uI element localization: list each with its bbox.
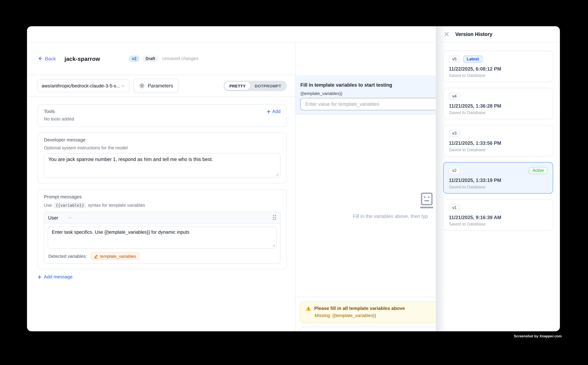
prompt-messages-title: Prompt messages xyxy=(44,194,281,200)
version-date: 11/22/2025, 6:08:12 PM xyxy=(449,66,547,72)
model-select-value: aws/anthropic/bedrock-claude-3-5-s... xyxy=(42,83,121,88)
version-card-badges: v5 Latest xyxy=(449,56,547,63)
version-date: 11/21/2025, 1:36:28 PM xyxy=(449,103,547,109)
back-arrow-icon xyxy=(38,56,43,61)
prompt-message-block: User xyxy=(44,212,281,264)
add-message-button[interactable]: Add message xyxy=(38,274,287,280)
format-option-pretty[interactable]: PRETTY xyxy=(225,82,250,90)
close-icon[interactable] xyxy=(444,32,449,37)
chevron-down-icon xyxy=(68,215,73,220)
version-saved-status: Saved to Database xyxy=(449,110,547,115)
warning-title: Please fill in all template variables ab… xyxy=(314,306,405,311)
page-title: jack-sparrow xyxy=(64,55,100,62)
tools-card: Tools Add No tools added xyxy=(38,104,287,127)
version-number-badge: v3 xyxy=(449,130,460,137)
version-card-badges: v4 xyxy=(449,93,547,100)
version-card-badges: v1 xyxy=(449,204,547,211)
developer-message-subtitle: Optional system instructions for the mod… xyxy=(44,145,281,150)
version-number-badge: v2 xyxy=(449,167,460,174)
developer-message-title: Developer message xyxy=(44,137,281,142)
prompt-message-input[interactable]: Enter task specifics. Use {{template_var… xyxy=(48,227,276,248)
version-saved-status: Saved to Database xyxy=(449,147,547,152)
bot-icon xyxy=(420,193,434,209)
pencil-icon xyxy=(94,254,98,259)
resize-grip-icon[interactable] xyxy=(272,244,275,247)
version-badge: v2 xyxy=(129,55,139,62)
detected-variables-row: Detected variables: tem xyxy=(48,253,277,260)
version-number-badge: v1 xyxy=(449,204,460,211)
syntax-prefix: Use xyxy=(44,203,52,208)
prompt-editor-column: Back jack-sparrow v2 Draft Unsaved chang… xyxy=(27,42,296,331)
editor-form: Tools Add No tools added xyxy=(27,97,295,280)
latest-badge: Latest xyxy=(463,56,483,63)
screen: Back jack-sparrow v2 Draft Unsaved chang… xyxy=(0,0,588,365)
format-option-dotprompt[interactable]: DOTPROMPT xyxy=(250,82,286,90)
syntax-hint: Use {{variable}} syntax for template var… xyxy=(44,202,281,208)
version-card[interactable]: v1 11/21/2025, 9:16:39 AM Saved to Datab… xyxy=(443,199,553,231)
version-saved-status: Saved to Database xyxy=(449,185,547,189)
version-date: 11/21/2025, 1:33:19 PM xyxy=(449,177,547,183)
version-saved-status: Saved to Database xyxy=(449,222,547,226)
resize-grip-icon[interactable] xyxy=(276,173,279,176)
detected-variables-label: Detected variables: xyxy=(48,254,87,259)
header-badges: v2 Draft Unsaved changes xyxy=(129,55,198,62)
detected-variable-chip[interactable]: template_variables xyxy=(91,253,139,260)
syntax-code-chip: {{variable}} xyxy=(54,202,86,208)
version-history-list: v5 Latest 11/22/2025, 6:08:12 PM Saved t… xyxy=(436,42,560,231)
add-message-label: Add message xyxy=(44,274,72,280)
syntax-suffix: syntax for template variables xyxy=(88,203,145,208)
prompt-messages-card: Prompt messages Use {{variable}} syntax … xyxy=(38,190,287,269)
version-card[interactable]: v4 11/21/2025, 1:36:28 PM Saved to Datab… xyxy=(443,88,553,119)
version-date: 11/21/2025, 1:33:56 PM xyxy=(449,140,547,146)
version-card[interactable]: v2 Active 11/21/2025, 1:33:19 PM Saved t… xyxy=(443,162,553,194)
warning-icon xyxy=(306,306,311,311)
watermark: Screenshot by Xnapper.com xyxy=(514,334,562,338)
version-card[interactable]: v3 11/21/2025, 1:33:56 PM Saved to Datab… xyxy=(443,125,553,156)
gear-icon xyxy=(139,83,145,89)
format-toggle: PRETTY DOTPROMPT xyxy=(224,80,287,91)
plus-icon xyxy=(38,275,42,279)
draft-badge: Draft xyxy=(143,55,158,62)
version-number-badge: v5 xyxy=(449,56,460,63)
version-history-panel: Version History v5 Latest 11/22/2025, 6:… xyxy=(436,26,560,331)
version-date: 11/21/2025, 9:16:39 AM xyxy=(449,215,547,220)
model-select[interactable]: aws/anthropic/bedrock-claude-3-5-s... xyxy=(38,79,129,92)
back-label: Back xyxy=(45,56,56,61)
model-toolbar: aws/anthropic/bedrock-claude-3-5-s... xyxy=(27,75,295,97)
version-history-header: Version History xyxy=(436,26,560,42)
developer-message-card: Developer message Optional system instru… xyxy=(38,133,287,183)
back-button[interactable]: Back xyxy=(38,56,56,61)
tools-empty-text: No tools added xyxy=(44,116,281,121)
add-tool-button[interactable]: Add xyxy=(266,109,281,114)
developer-message-input[interactable]: You are jack sparrow number 1, respond a… xyxy=(44,154,280,178)
empty-state-hint: Fill in the variables above, then typ xyxy=(353,213,428,219)
message-field-wrap: Enter task specifics. Use {{template_var… xyxy=(48,227,277,249)
drag-handle[interactable] xyxy=(273,215,276,220)
version-history-title: Version History xyxy=(455,31,492,37)
chevron-down-icon xyxy=(121,84,125,88)
version-card[interactable]: v5 Latest 11/22/2025, 6:08:12 PM Saved t… xyxy=(443,51,553,82)
tools-title: Tools xyxy=(44,109,55,114)
developer-message-field-wrap: You are jack sparrow number 1, respond a… xyxy=(44,153,281,178)
title-row: Back jack-sparrow v2 Draft Unsaved chang… xyxy=(27,42,295,75)
unsaved-changes-label: Unsaved changes xyxy=(162,56,198,61)
add-tool-label: Add xyxy=(272,109,281,114)
detected-variable-name: template_variables xyxy=(100,254,136,259)
plus-icon xyxy=(266,109,271,113)
parameters-button[interactable]: Parameters xyxy=(133,79,179,93)
version-number-badge: v4 xyxy=(449,93,460,100)
message-body: Enter task specifics. Use {{template_var… xyxy=(44,224,280,263)
version-saved-status: Saved to Database xyxy=(449,73,547,78)
version-card-badges: v3 xyxy=(449,130,547,137)
role-select-value: User xyxy=(48,215,58,220)
role-select[interactable]: User xyxy=(48,215,73,220)
message-role-header: User xyxy=(44,212,280,224)
app-window: Back jack-sparrow v2 Draft Unsaved chang… xyxy=(27,26,560,331)
active-badge: Active xyxy=(529,167,547,174)
parameters-label: Parameters xyxy=(148,83,173,89)
version-card-badges: v2 Active xyxy=(449,167,547,174)
